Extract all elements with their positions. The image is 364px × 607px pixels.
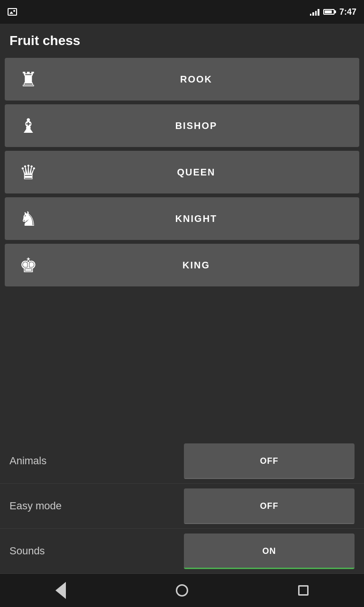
- queen-label: QUEEN: [43, 167, 350, 178]
- animals-toggle-indicator: [184, 478, 355, 479]
- queen-button[interactable]: ♛ QUEEN: [5, 151, 359, 193]
- easy-mode-toggle[interactable]: OFF: [184, 488, 355, 524]
- bishop-button[interactable]: ♝ BISHOP: [5, 104, 359, 147]
- rook-icon: ♜: [14, 65, 43, 93]
- nav-recent-button[interactable]: [289, 576, 318, 605]
- nav-home-icon: [176, 584, 188, 597]
- sounds-toggle-state: ON: [263, 546, 276, 556]
- app-header: Fruit chess: [0, 24, 364, 58]
- nav-bar: [0, 574, 364, 607]
- easy-mode-toggle-indicator: [184, 523, 355, 524]
- easy-mode-label: Easy mode: [9, 500, 62, 512]
- pieces-list: ♜ ROOK ♝ BISHOP ♛ QUEEN ♞ KNIGHT ♚ KING: [0, 58, 364, 286]
- nav-back-icon: [55, 582, 66, 599]
- knight-label: KNIGHT: [43, 213, 350, 224]
- easy-mode-toggle-state: OFF: [260, 501, 279, 511]
- sounds-setting-row: Sounds ON: [0, 529, 364, 574]
- animals-label: Animals: [9, 455, 46, 467]
- nav-recent-icon: [298, 585, 309, 596]
- rook-button[interactable]: ♜ ROOK: [5, 58, 359, 101]
- signal-icon: [310, 8, 319, 16]
- rook-label: ROOK: [43, 74, 350, 85]
- image-notification-icon: [8, 8, 17, 16]
- nav-home-button[interactable]: [168, 576, 196, 605]
- easy-mode-setting-row: Easy mode OFF: [0, 484, 364, 529]
- bishop-icon: ♝: [14, 111, 43, 140]
- king-label: KING: [43, 260, 350, 271]
- settings-section: Animals OFF Easy mode OFF Sounds ON: [0, 439, 364, 574]
- knight-button[interactable]: ♞ KNIGHT: [5, 197, 359, 240]
- nav-back-button[interactable]: [46, 576, 75, 605]
- battery-icon: [323, 9, 335, 15]
- knight-icon: ♞: [14, 204, 43, 233]
- queen-icon: ♛: [14, 158, 43, 186]
- bishop-label: BISHOP: [43, 120, 350, 131]
- king-button[interactable]: ♚ KING: [5, 244, 359, 286]
- sounds-label: Sounds: [9, 545, 45, 557]
- king-icon: ♚: [14, 251, 43, 279]
- status-time: 7:47: [339, 7, 356, 17]
- sounds-toggle[interactable]: ON: [184, 533, 355, 569]
- animals-setting-row: Animals OFF: [0, 439, 364, 484]
- animals-toggle-state: OFF: [260, 456, 279, 466]
- app-title: Fruit chess: [9, 33, 355, 48]
- sounds-toggle-indicator: [184, 568, 355, 569]
- notification-icons: [8, 0, 17, 24]
- status-bar: 7:47: [0, 0, 364, 24]
- animals-toggle[interactable]: OFF: [184, 443, 355, 479]
